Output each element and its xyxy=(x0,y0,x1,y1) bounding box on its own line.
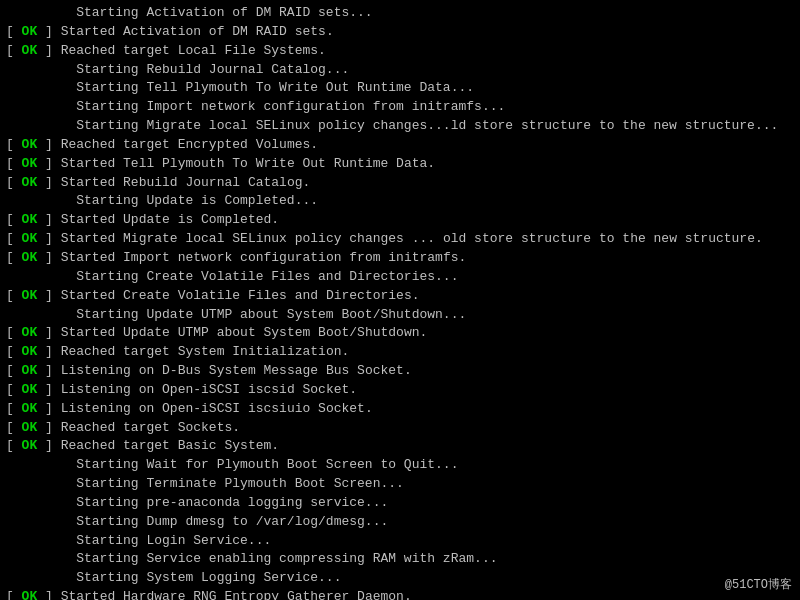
terminal-line: [ OK ] Reached target Sockets. xyxy=(6,419,794,438)
terminal-output: Starting Activation of DM RAID sets...[ … xyxy=(0,0,800,600)
terminal-line: [ OK ] Started Hardware RNG Entropy Gath… xyxy=(6,588,794,600)
terminal-line: [ OK ] Reached target Encrypted Volumes. xyxy=(6,136,794,155)
terminal-line: Starting Terminate Plymouth Boot Screen.… xyxy=(6,475,794,494)
terminal-line: [ OK ] Started Migrate local SELinux pol… xyxy=(6,230,794,249)
terminal-line: [ OK ] Listening on Open-iSCSI iscsid So… xyxy=(6,381,794,400)
terminal-line: [ OK ] Started Create Volatile Files and… xyxy=(6,287,794,306)
terminal-line: [ OK ] Started Rebuild Journal Catalog. xyxy=(6,174,794,193)
terminal-line: [ OK ] Listening on D-Bus System Message… xyxy=(6,362,794,381)
terminal-line: Starting Wait for Plymouth Boot Screen t… xyxy=(6,456,794,475)
terminal-line: Starting Service enabling compressing RA… xyxy=(6,550,794,569)
terminal-line: Starting Create Volatile Files and Direc… xyxy=(6,268,794,287)
terminal-line: Starting Login Service... xyxy=(6,532,794,551)
terminal-line: Starting System Logging Service... xyxy=(6,569,794,588)
terminal-line: [ OK ] Started Activation of DM RAID set… xyxy=(6,23,794,42)
terminal-line: Starting Migrate local SELinux policy ch… xyxy=(6,117,794,136)
terminal-line: [ OK ] Started Import network configurat… xyxy=(6,249,794,268)
terminal-line: [ OK ] Started Tell Plymouth To Write Ou… xyxy=(6,155,794,174)
terminal-line: Starting Dump dmesg to /var/log/dmesg... xyxy=(6,513,794,532)
terminal-line: Starting Import network configuration fr… xyxy=(6,98,794,117)
terminal-line: Starting Rebuild Journal Catalog... xyxy=(6,61,794,80)
terminal-line: [ OK ] Reached target Basic System. xyxy=(6,437,794,456)
watermark: @51CTO博客 xyxy=(725,577,792,594)
terminal-line: Starting Activation of DM RAID sets... xyxy=(6,4,794,23)
terminal-line: [ OK ] Reached target System Initializat… xyxy=(6,343,794,362)
terminal-line: Starting pre-anaconda logging service... xyxy=(6,494,794,513)
terminal-line: Starting Update is Completed... xyxy=(6,192,794,211)
terminal-line: [ OK ] Started Update is Completed. xyxy=(6,211,794,230)
terminal-line: Starting Tell Plymouth To Write Out Runt… xyxy=(6,79,794,98)
terminal-line: [ OK ] Started Update UTMP about System … xyxy=(6,324,794,343)
terminal-line: [ OK ] Listening on Open-iSCSI iscsiuio … xyxy=(6,400,794,419)
terminal-line: Starting Update UTMP about System Boot/S… xyxy=(6,306,794,325)
terminal-line: [ OK ] Reached target Local File Systems… xyxy=(6,42,794,61)
